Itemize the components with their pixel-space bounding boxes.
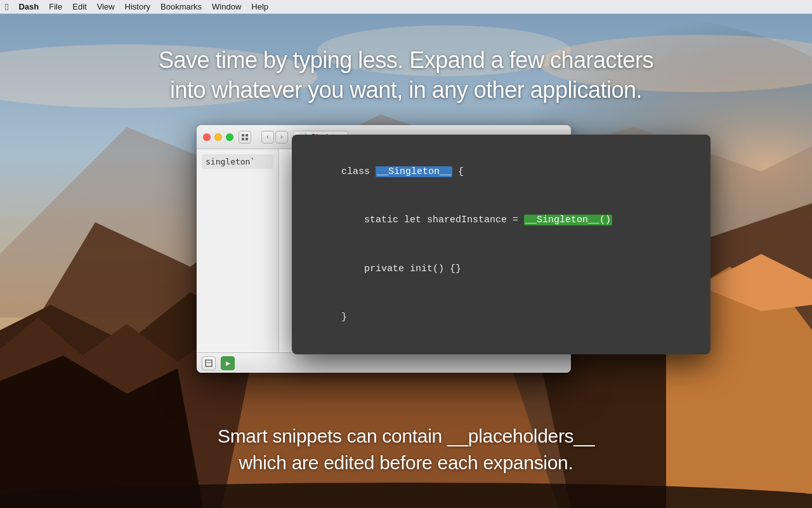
resize-icon-button[interactable] xyxy=(202,356,216,370)
code-line-2: static let sharedInstance = __Singleton_… xyxy=(307,196,695,245)
play-button[interactable]: ▶ xyxy=(221,356,235,370)
code-singleton-placeholder-1: __Singleton__ xyxy=(376,166,452,177)
menubar-bookmarks[interactable]: Bookmarks xyxy=(155,1,207,13)
back-button[interactable]: ‹ xyxy=(261,131,274,144)
svg-rect-19 xyxy=(246,138,248,140)
maximize-button[interactable] xyxy=(226,133,233,141)
menubar-app-name[interactable]: Dash xyxy=(13,1,44,13)
menubar-history[interactable]: History xyxy=(120,1,155,13)
close-button[interactable] xyxy=(203,133,211,141)
hero-section: Save time by typing less. Expand a few c… xyxy=(0,46,812,105)
code-brace-close: } xyxy=(341,312,347,323)
window-sidebar: singleton` xyxy=(197,149,279,352)
menubar-help[interactable]: Help xyxy=(246,1,273,13)
nav-buttons: ‹ › xyxy=(261,131,288,144)
code-line-3: private init() {} xyxy=(307,244,695,293)
hero-line2: into whatever you want, in any other app… xyxy=(170,77,642,103)
apple-menu-icon[interactable]:  xyxy=(5,1,8,12)
grid-view-button[interactable] xyxy=(239,131,251,144)
menubar-edit[interactable]: Edit xyxy=(67,1,91,13)
bottom-line2: which are edited before each expansion. xyxy=(239,452,573,473)
hero-line1: Save time by typing less. Expand a few c… xyxy=(159,47,653,73)
sidebar-snippet-item[interactable]: singleton` xyxy=(202,154,273,169)
menubar-file[interactable]: File xyxy=(44,1,67,13)
svg-rect-20 xyxy=(206,360,212,366)
window-footer: ▶ xyxy=(197,352,571,373)
code-popup: class __Singleton__ { static let sharedI… xyxy=(292,135,710,354)
svg-rect-17 xyxy=(246,134,248,137)
menubar-window[interactable]: Window xyxy=(207,1,246,13)
main-content: Save time by typing less. Expand a few c… xyxy=(0,14,812,508)
code-class-keyword: class xyxy=(341,166,376,177)
code-brace-open: { xyxy=(452,166,464,177)
code-static-let: static let sharedInstance = xyxy=(341,215,524,225)
forward-button[interactable]: › xyxy=(275,131,288,144)
menubar-view[interactable]: View xyxy=(92,1,120,13)
code-line-1: class __Singleton__ { xyxy=(307,147,695,196)
code-private-init: private init() {} xyxy=(341,264,461,274)
traffic-lights xyxy=(203,133,233,141)
code-singleton-placeholder-2: __Singleton__() xyxy=(524,215,612,225)
menubar:  Dash File Edit View History Bookmarks … xyxy=(0,0,812,14)
bottom-section: Smart snippets can contain __placeholder… xyxy=(0,423,812,476)
svg-rect-16 xyxy=(242,134,244,137)
bottom-line1: Smart snippets can contain __placeholder… xyxy=(218,425,594,446)
minimize-button[interactable] xyxy=(214,133,222,141)
svg-rect-18 xyxy=(242,138,244,140)
code-line-4: } xyxy=(307,293,695,342)
play-icon: ▶ xyxy=(226,360,230,366)
